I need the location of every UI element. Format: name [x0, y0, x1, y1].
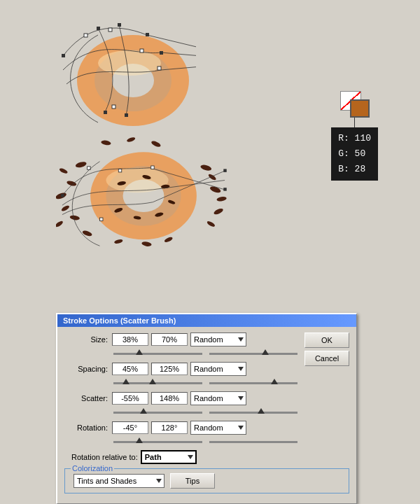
svg-rect-6 — [160, 51, 163, 55]
rotation-slider-track1[interactable] — [113, 441, 202, 443]
canvas-area: R: 110 G: 50 B: 28 — [0, 0, 420, 273]
tips-button[interactable]: Tips — [170, 473, 215, 489]
color-b: B: 28 — [338, 162, 371, 177]
svg-rect-49 — [223, 169, 226, 172]
svg-rect-52 — [151, 166, 154, 169]
spacing-dropdown[interactable]: Random — [190, 362, 246, 376]
donut-bottom-illustration — [56, 136, 231, 259]
size-slider-thumb2[interactable] — [262, 349, 269, 355]
scatter-slider-track1[interactable] — [113, 412, 202, 414]
dialog-title: Stroke Options (Scatter Brush) — [57, 314, 356, 327]
svg-rect-47 — [61, 194, 64, 197]
svg-rect-4 — [62, 54, 65, 57]
scatter-slider-thumb1[interactable] — [140, 408, 147, 414]
rotation-slider-thumb1[interactable] — [136, 438, 143, 443]
spacing-slider-thumb1[interactable] — [122, 379, 130, 384]
color-tooltip: R: 110 G: 50 B: 28 — [331, 91, 378, 181]
svg-rect-13 — [140, 49, 144, 52]
color-swatch — [340, 91, 370, 118]
size-slider-track2[interactable] — [209, 353, 298, 355]
spacing-input-2[interactable] — [151, 363, 188, 375]
svg-point-29 — [206, 220, 216, 228]
rotation-slider-row — [112, 438, 299, 446]
svg-point-20 — [59, 167, 69, 174]
size-input-1[interactable] — [112, 333, 148, 346]
svg-rect-7 — [97, 27, 100, 30]
spacing-slider-thumb1b[interactable] — [149, 379, 156, 384]
svg-point-31 — [126, 136, 136, 143]
size-label: Size: — [64, 335, 108, 344]
cancel-button[interactable]: Cancel — [304, 351, 349, 366]
rotation-input-1[interactable] — [112, 421, 148, 434]
svg-rect-15 — [112, 105, 115, 108]
svg-point-18 — [61, 204, 71, 212]
size-input-2[interactable] — [151, 333, 188, 346]
spacing-label: Spacing: — [64, 365, 108, 373]
svg-point-23 — [56, 220, 64, 228]
svg-point-35 — [164, 236, 174, 243]
ok-button[interactable]: OK — [304, 332, 349, 348]
rotation-relative-row: Rotation relative to: Path Page — [71, 450, 349, 464]
rotation-row: Rotation: Random — [64, 421, 299, 435]
rotation-relative-label: Rotation relative to: — [71, 453, 138, 461]
spacing-row: Spacing: Random — [64, 362, 299, 376]
scatter-dropdown[interactable]: Random — [190, 391, 246, 405]
svg-point-30 — [101, 140, 111, 146]
svg-point-17 — [66, 180, 77, 187]
svg-point-28 — [200, 164, 212, 172]
svg-point-34 — [141, 241, 152, 247]
color-label: R: 110 G: 50 B: 28 — [331, 127, 378, 181]
scatter-input-1[interactable] — [112, 392, 148, 405]
donut-top-illustration — [56, 14, 196, 133]
svg-rect-12 — [108, 28, 112, 31]
dialog-body: Size: Random Spaci — [57, 327, 356, 503]
colorization-legend: Colorization — [71, 464, 114, 472]
spacing-slider-track1[interactable] — [113, 382, 202, 384]
color-r: R: 110 — [338, 131, 371, 146]
svg-rect-48 — [223, 188, 226, 190]
svg-rect-53 — [100, 218, 103, 220]
rotation-label: Rotation: — [64, 424, 108, 432]
color-g: G: 50 — [338, 146, 371, 162]
spacing-slider-track2[interactable] — [209, 382, 298, 384]
svg-point-33 — [114, 239, 123, 244]
scatter-slider-row — [112, 408, 299, 416]
size-slider-thumb1[interactable] — [136, 349, 143, 355]
spacing-slider-thumb2[interactable] — [271, 379, 278, 384]
svg-point-21 — [75, 161, 87, 169]
svg-point-22 — [82, 230, 93, 237]
svg-rect-11 — [84, 34, 88, 37]
rotation-slider-track2[interactable] — [209, 441, 298, 443]
main-rows: Size: Random Spaci — [64, 332, 299, 450]
svg-rect-5 — [146, 33, 149, 36]
svg-point-32 — [150, 140, 162, 148]
stroke-options-dialog: Stroke Options (Scatter Brush) Size: Ran… — [56, 313, 357, 504]
svg-rect-9 — [104, 111, 107, 114]
rotation-relative-dropdown[interactable]: Path Page — [141, 450, 197, 464]
spacing-input-1[interactable] — [112, 363, 148, 375]
rotation-dropdown[interactable]: Random — [190, 421, 246, 435]
scatter-row: Scatter: Random — [64, 391, 299, 405]
dialog-buttons: OK Cancel — [304, 332, 349, 366]
size-slider-track[interactable] — [113, 353, 202, 355]
svg-point-25 — [216, 196, 227, 202]
svg-rect-51 — [118, 169, 121, 172]
scatter-input-2[interactable] — [151, 392, 188, 405]
svg-rect-14 — [158, 66, 161, 70]
size-slider-row — [112, 349, 299, 358]
svg-point-19 — [69, 215, 80, 221]
size-dropdown[interactable]: Random — [190, 332, 246, 346]
colorization-group: Colorization Tints and Shades None Tints… — [64, 468, 349, 493]
scatter-label: Scatter: — [64, 394, 108, 402]
scatter-slider-track2[interactable] — [209, 412, 298, 414]
swatch-front — [350, 99, 370, 118]
colorization-dropdown[interactable]: Tints and Shades None Tints Hue Shift — [74, 474, 164, 488]
scatter-slider-thumb2[interactable] — [258, 408, 265, 414]
svg-rect-8 — [118, 23, 121, 27]
rotation-input-2[interactable] — [151, 421, 188, 434]
spacing-slider-row — [112, 379, 299, 387]
colorization-content: Tints and Shades None Tints Hue Shift Ti… — [71, 473, 343, 489]
size-row: Size: Random — [64, 332, 299, 346]
svg-rect-10 — [125, 113, 128, 117]
svg-point-26 — [208, 173, 217, 181]
